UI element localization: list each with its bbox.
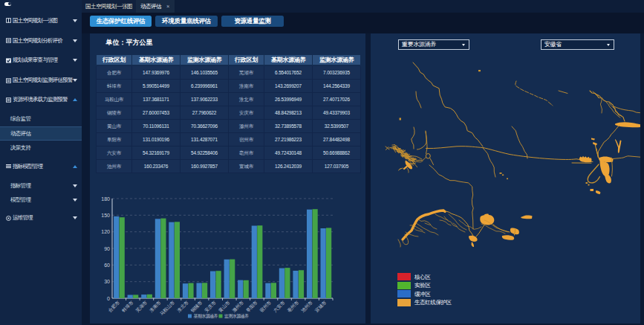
svg-text:180: 180 xyxy=(101,196,110,202)
svg-text:滁州市: 滁州市 xyxy=(231,300,245,314)
svg-text:宿州市: 宿州市 xyxy=(258,300,273,314)
svg-text:基期水源涵养: 基期水源涵养 xyxy=(194,313,218,318)
svg-text:阜阳市: 阜阳市 xyxy=(245,300,259,314)
svg-text:马鞍山市: 马鞍山市 xyxy=(159,300,175,316)
svg-text:六安市: 六安市 xyxy=(273,300,286,313)
svg-text:0: 0 xyxy=(107,296,110,301)
svg-text:150: 150 xyxy=(101,213,110,218)
svg-text:池州市: 池州市 xyxy=(300,300,314,314)
svg-text:60: 60 xyxy=(104,263,110,268)
svg-text:淮北市: 淮北市 xyxy=(176,300,190,314)
svg-text:黄山市: 黄山市 xyxy=(217,300,230,313)
svg-text:铜陵市: 铜陵市 xyxy=(189,300,204,314)
svg-text:安庆市: 安庆市 xyxy=(204,300,217,313)
svg-text:120: 120 xyxy=(101,229,110,234)
svg-text:90: 90 xyxy=(104,246,110,251)
svg-text:宣城市: 宣城市 xyxy=(313,300,327,313)
svg-text:合肥市: 合肥市 xyxy=(107,300,121,314)
svg-text:芜湖市: 芜湖市 xyxy=(134,300,149,314)
svg-text:亳州市: 亳州市 xyxy=(286,300,299,313)
svg-text:监测水源涵养: 监测水源涵养 xyxy=(224,313,249,318)
svg-text:蚌埠市: 蚌埠市 xyxy=(120,300,134,313)
svg-text:30: 30 xyxy=(104,279,110,284)
